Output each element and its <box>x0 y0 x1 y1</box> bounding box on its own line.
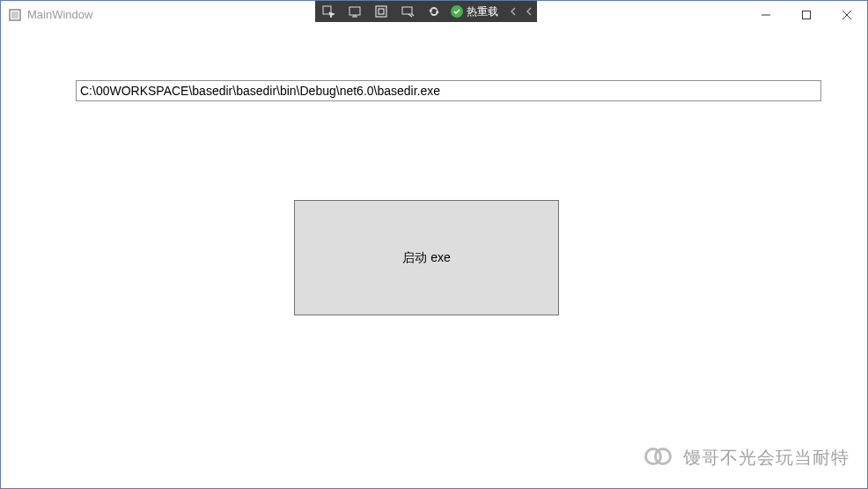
svg-rect-8 <box>803 11 811 19</box>
svg-rect-6 <box>402 7 412 14</box>
svg-rect-4 <box>376 6 386 17</box>
vs-tool-select-element-icon[interactable] <box>315 1 342 22</box>
vs-hot-reload-button[interactable]: 热重载 <box>447 1 505 22</box>
svg-rect-3 <box>349 7 360 15</box>
hot-reload-label: 热重载 <box>467 4 498 19</box>
client-area: 启动 exe 馒哥不光会玩当耐特 <box>1 28 867 488</box>
window-controls <box>746 1 867 28</box>
window-title: MainWindow <box>27 8 92 21</box>
app-icon <box>8 8 22 22</box>
maximize-button[interactable] <box>786 1 827 28</box>
minimize-button[interactable] <box>746 1 786 28</box>
vs-tool-track-focus-icon[interactable] <box>368 1 394 22</box>
close-button[interactable] <box>827 1 867 28</box>
wechat-icon <box>644 442 674 472</box>
path-input[interactable] <box>76 80 821 101</box>
launch-button[interactable]: 启动 exe <box>294 200 559 315</box>
titlebar: MainWindow <box>1 1 867 28</box>
vs-debug-toolbar: 热重载 <box>315 1 537 22</box>
svg-rect-1 <box>11 11 18 19</box>
vs-tool-display-layout-icon[interactable] <box>342 1 368 22</box>
check-circle-icon <box>451 5 463 18</box>
launch-button-label: 启动 exe <box>402 250 450 266</box>
watermark-text: 馒哥不光会玩当耐特 <box>683 446 850 470</box>
chevron-left-icon[interactable] <box>505 1 521 22</box>
vs-tool-refresh-icon[interactable] <box>421 1 447 22</box>
vs-tool-tree-icon[interactable] <box>394 1 421 22</box>
svg-rect-5 <box>379 9 384 14</box>
chevron-left-icon[interactable] <box>521 1 537 22</box>
watermark: 馒哥不光会玩当耐特 <box>644 442 850 472</box>
